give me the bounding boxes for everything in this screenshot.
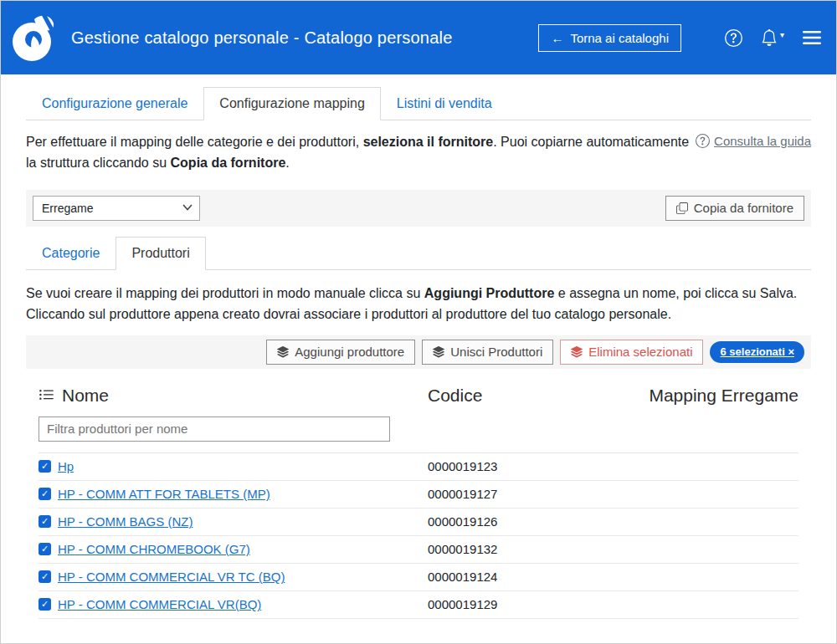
app-header: Gestione catalogo personale - Catalogo p…	[1, 1, 836, 74]
producer-name-link[interactable]: Hp	[58, 459, 74, 473]
producer-name-link[interactable]: HP - COMM CHROMEBOOK (G7)	[58, 542, 250, 556]
copy-icon	[676, 202, 688, 214]
stack-minus-icon	[571, 346, 583, 358]
tab-categorie[interactable]: Categorie	[26, 237, 116, 270]
page: Gestione catalogo personale - Catalogo p…	[0, 0, 837, 644]
selected-count-badge[interactable]: 6 selezionati ×	[710, 341, 804, 363]
guide-link[interactable]: Consulta la guida	[714, 134, 811, 148]
stack-icon	[433, 346, 444, 358]
producers-intro-paragraph: Se vuoi creare il mapping dei produttori…	[26, 283, 811, 325]
merge-producers-label: Unisci Produttori	[450, 345, 542, 359]
producer-filter-input[interactable]	[39, 417, 390, 442]
table-row: ✓ HP - COMM ATT FOR TABLETS (MP) 0000019…	[39, 481, 798, 509]
producer-rows: ✓ Hp 0000019123 ✓ HP - COMM ATT FOR TABL…	[39, 453, 798, 619]
back-button-label: Torna ai cataloghi	[570, 31, 669, 45]
row-checkbox[interactable]: ✓	[39, 570, 51, 583]
producers-table: Nome Codice Mapping Erregame ✓ Hp 000001…	[26, 386, 811, 619]
stack-plus-icon	[277, 346, 289, 358]
table-header-row: Nome Codice Mapping Erregame	[39, 386, 798, 406]
supplier-select[interactable]: Erregame	[33, 196, 200, 221]
help-icon[interactable]	[725, 29, 742, 47]
mapping-intro-paragraph: Per effettuare il mapping delle categori…	[26, 132, 696, 174]
copy-from-supplier-button[interactable]: Copia da fornitore	[665, 196, 804, 221]
app-logo-icon	[9, 11, 58, 64]
producers-toolbar: Aggiungi produttore Unisci Produttori El…	[26, 335, 811, 369]
delete-selected-button[interactable]: Elimina selezionati	[560, 340, 703, 365]
notification-bell-icon[interactable]: ▾	[761, 29, 784, 46]
producer-code: 0000019123	[428, 459, 620, 473]
tab-configurazione-mapping[interactable]: Configurazione mapping	[203, 87, 380, 120]
guide-help-icon	[696, 134, 710, 148]
tab-listini-di-vendita[interactable]: Listini di vendita	[381, 87, 508, 120]
column-header-nome: Nome	[62, 386, 109, 406]
table-row: ✓ HP - COMM COMMERCIAL VR TC (BQ) 000001…	[39, 564, 798, 591]
add-producer-button[interactable]: Aggiungi produttore	[266, 340, 415, 365]
producer-code: 0000019132	[428, 542, 620, 556]
row-checkbox[interactable]: ✓	[39, 460, 51, 473]
main-tab-bar: Configurazione generale Configurazione m…	[26, 87, 811, 120]
merge-producers-button[interactable]: Unisci Produttori	[422, 340, 553, 365]
producer-code: 0000019124	[428, 570, 620, 584]
tab-produttori[interactable]: Produttori	[116, 237, 205, 270]
producer-code: 0000019129	[428, 597, 620, 611]
producer-name-link[interactable]: HP - COMM COMMERCIAL VR TC (BQ)	[58, 570, 285, 584]
table-row: ✓ HP - COMM CHROMEBOOK (G7) 0000019132	[39, 536, 798, 564]
caret-down-icon: ▾	[780, 30, 784, 39]
producer-name-link[interactable]: HP - COMM ATT FOR TABLETS (MP)	[58, 487, 270, 501]
producer-code: 0000019127	[428, 487, 620, 501]
copy-button-label: Copia da fornitore	[694, 201, 793, 215]
delete-selected-label: Elimina selezionati	[588, 345, 692, 359]
row-checkbox[interactable]: ✓	[39, 543, 51, 555]
column-header-codice: Codice	[428, 386, 620, 406]
menu-icon[interactable]	[803, 30, 821, 45]
table-row: ✓ Hp 0000019123	[39, 453, 798, 481]
row-checkbox[interactable]: ✓	[39, 598, 51, 611]
guide-area: Consulta la guida	[696, 132, 811, 148]
producer-name-link[interactable]: HP - COMM BAGS (NZ)	[58, 514, 193, 529]
producer-code: 0000019126	[428, 514, 620, 529]
table-row: ✓ HP - COMM BAGS (NZ) 0000019126	[39, 509, 798, 536]
row-checkbox[interactable]: ✓	[39, 515, 51, 528]
filter-row	[39, 417, 798, 453]
list-icon	[39, 387, 54, 403]
row-checkbox[interactable]: ✓	[39, 488, 51, 500]
producer-name-link[interactable]: HP - COMM COMMERCIAL VR(BQ)	[58, 597, 261, 611]
header-actions: ← Torna ai cataloghi ▾	[538, 24, 821, 52]
column-header-mapping: Mapping Erregame	[620, 386, 798, 406]
add-producer-label: Aggiungi produttore	[295, 345, 404, 359]
tab-configurazione-generale[interactable]: Configurazione generale	[26, 87, 203, 120]
arrow-left-icon: ←	[551, 31, 563, 45]
supplier-bar: Erregame Copia da fornitore	[26, 190, 811, 227]
table-row: ✓ HP - COMM COMMERCIAL VR(BQ) 0000019129	[39, 591, 798, 619]
back-to-catalogs-button[interactable]: ← Torna ai cataloghi	[538, 24, 681, 52]
sub-tab-bar: Categorie Produttori	[26, 237, 811, 270]
page-title: Gestione catalogo personale - Catalogo p…	[71, 28, 452, 48]
